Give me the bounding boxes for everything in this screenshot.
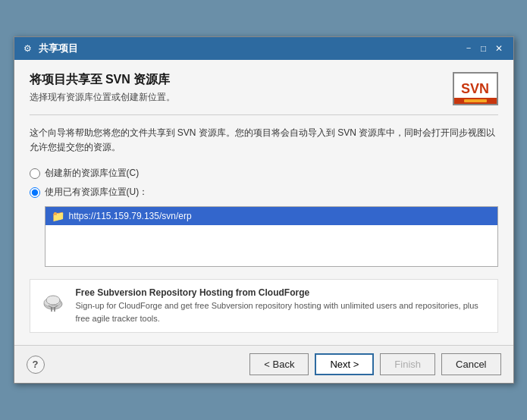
help-button[interactable]: ?: [27, 356, 45, 374]
repo-item[interactable]: 📁 https://115.159.79.135/svn/erp: [45, 207, 497, 225]
cancel-button[interactable]: Cancel: [441, 353, 500, 375]
repo-url: https://115.159.79.135/svn/erp: [69, 211, 192, 221]
svn-logo-bar: [454, 98, 497, 104]
svn-logo-text: SVN: [461, 82, 489, 96]
folder-icon: 📁: [52, 210, 64, 222]
finish-button[interactable]: Finish: [380, 353, 435, 375]
dialog-icon: ⚙: [22, 42, 34, 55]
radio-item-existing: 使用已有资源库位置(U)：: [30, 186, 498, 199]
repo-list[interactable]: 📁 https://115.159.79.135/svn/erp: [45, 206, 498, 267]
title-bar: ⚙ 共享项目 － □ ✕: [14, 37, 513, 60]
create-new-radio[interactable]: [30, 168, 40, 179]
minimize-button[interactable]: －: [462, 42, 475, 55]
share-project-dialog: ⚙ 共享项目 － □ ✕ 将项目共享至 SVN 资源库 选择现有资源库位置或创建…: [14, 36, 514, 384]
header-left: 将项目共享至 SVN 资源库 选择现有资源库位置或创建新位置。: [30, 72, 453, 104]
footer-buttons: < Back Next > Finish Cancel: [249, 353, 500, 375]
cloudforge-section: Free Subversion Repository Hosting from …: [30, 279, 498, 333]
header-title: 将项目共享至 SVN 资源库: [30, 72, 453, 88]
dialog-content: 将项目共享至 SVN 资源库 选择现有资源库位置或创建新位置。 SVN 这个向导…: [14, 60, 513, 345]
cloudforge-text: Free Subversion Repository Hosting from …: [76, 287, 488, 324]
footer-left: ?: [27, 356, 45, 374]
cloudforge-icon: [39, 287, 67, 315]
close-button[interactable]: ✕: [492, 42, 506, 55]
cloudforge-svg: [41, 289, 65, 313]
header-subtitle: 选择现有资源库位置或创建新位置。: [30, 91, 453, 104]
back-button[interactable]: < Back: [249, 353, 309, 375]
cloudforge-title: Free Subversion Repository Hosting from …: [76, 287, 488, 298]
title-controls: － □ ✕: [462, 42, 506, 55]
description-text: 这个向导将帮助您将您的文件共享到 SVN 资源库。您的项目将会自动导入到 SVN…: [30, 126, 498, 155]
header-section: 将项目共享至 SVN 资源库 选择现有资源库位置或创建新位置。 SVN: [30, 72, 498, 115]
dialog-title: 共享项目: [39, 42, 78, 55]
svg-point-3: [46, 296, 60, 305]
title-bar-left: ⚙ 共享项目: [22, 42, 78, 55]
radio-group: 创建新的资源库位置(C) 使用已有资源库位置(U)：: [30, 167, 498, 199]
use-existing-label[interactable]: 使用已有资源库位置(U)：: [45, 186, 149, 199]
next-button[interactable]: Next >: [315, 353, 374, 375]
svn-logo-bar-inner: [464, 99, 487, 102]
create-new-label[interactable]: 创建新的资源库位置(C): [45, 167, 140, 180]
radio-item-create: 创建新的资源库位置(C): [30, 167, 498, 180]
dialog-footer: ? < Back Next > Finish Cancel: [14, 345, 513, 383]
maximize-button[interactable]: □: [477, 42, 491, 55]
use-existing-radio[interactable]: [30, 187, 40, 198]
svn-logo: SVN: [453, 72, 498, 105]
cloudforge-desc: Sign-up for CloudForge and get free Subv…: [76, 299, 488, 324]
